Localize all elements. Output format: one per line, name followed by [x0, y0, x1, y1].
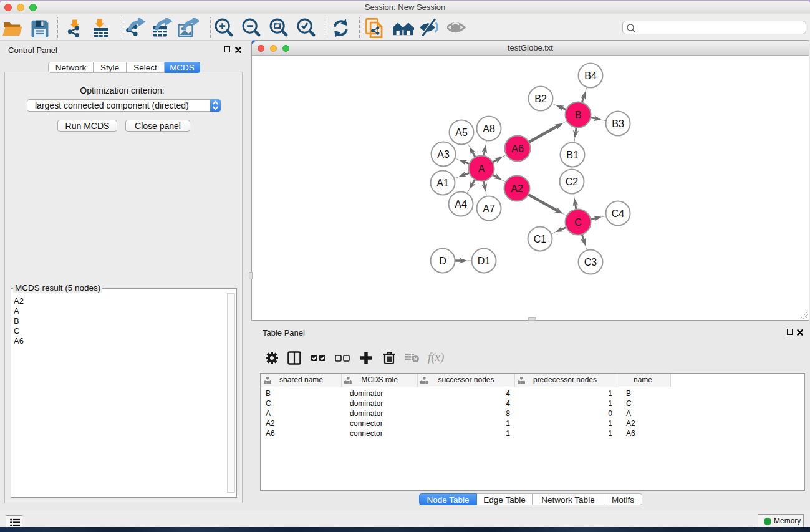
svg-text:C4: C4	[612, 208, 625, 219]
svg-text:A6: A6	[511, 143, 524, 154]
svg-text:A3: A3	[437, 149, 450, 160]
svg-text:D1: D1	[478, 256, 491, 266]
svg-text:A5: A5	[455, 127, 468, 138]
svg-text:A4: A4	[455, 199, 467, 210]
svg-text:D: D	[439, 256, 446, 266]
svg-text:B4: B4	[584, 70, 597, 81]
svg-text:C3: C3	[584, 257, 597, 268]
svg-text:C2: C2	[566, 177, 579, 187]
svg-text:A8: A8	[483, 123, 495, 134]
svg-text:B1: B1	[566, 150, 579, 160]
svg-text:C1: C1	[534, 234, 547, 244]
svg-text:C: C	[574, 217, 582, 228]
svg-text:B2: B2	[534, 94, 547, 104]
svg-text:B3: B3	[612, 118, 624, 129]
svg-text:A2: A2	[511, 183, 523, 194]
svg-text:A: A	[478, 163, 485, 174]
svg-text:A1: A1	[436, 178, 449, 188]
svg-text:B: B	[575, 110, 582, 120]
svg-text:A7: A7	[483, 203, 495, 214]
